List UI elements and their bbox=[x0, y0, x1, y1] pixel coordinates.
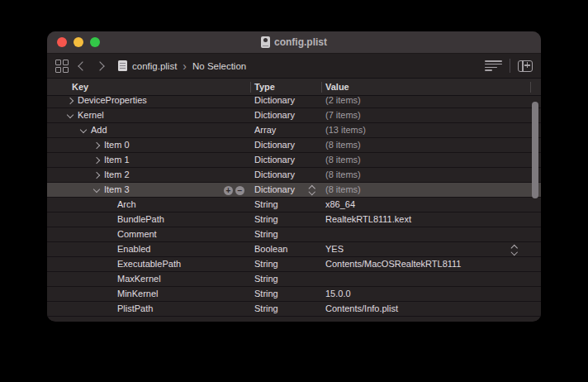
plist-row[interactable]: Item 3+−Dictionary(8 items) bbox=[47, 183, 541, 198]
breadcrumb-file[interactable]: config.plist bbox=[132, 61, 177, 71]
disclosure-chevron-icon[interactable] bbox=[64, 96, 78, 107]
forward-chevron-icon[interactable] bbox=[93, 59, 108, 74]
disclosure-chevron-icon[interactable] bbox=[91, 168, 104, 182]
disclosure-chevron-icon[interactable] bbox=[91, 138, 104, 152]
column-header-type[interactable]: Type bbox=[254, 79, 275, 95]
row-value-cell: (8 items) bbox=[325, 138, 534, 152]
row-value-cell: x86_64 bbox=[325, 198, 534, 212]
row-key-label: Item 2 bbox=[104, 168, 130, 182]
disclosure-chevron-icon[interactable] bbox=[78, 123, 91, 137]
titlebar[interactable]: config.plist bbox=[47, 31, 541, 53]
disclosure-chevron-icon[interactable] bbox=[91, 153, 104, 167]
row-type-cell: String bbox=[254, 302, 319, 316]
row-value-cell: (8 items) bbox=[325, 168, 534, 182]
plist-row[interactable]: MinKernelString15.0.0 bbox=[47, 287, 541, 302]
row-key-cell: Comment bbox=[47, 227, 250, 241]
column-divider[interactable] bbox=[530, 82, 531, 93]
plist-row[interactable]: CommentString bbox=[47, 227, 541, 242]
row-value-cell: (13 items) bbox=[325, 123, 534, 137]
disclosure-chevron-icon[interactable] bbox=[64, 108, 78, 122]
plist-row[interactable]: Item 1Dictionary(8 items) bbox=[47, 153, 541, 168]
row-value-label: YES bbox=[325, 242, 534, 256]
row-type-cell: String bbox=[254, 272, 319, 286]
row-type-cell: Boolean bbox=[254, 242, 319, 256]
row-value-label: (8 items) bbox=[325, 183, 534, 197]
document-icon bbox=[261, 36, 270, 48]
column-header-value[interactable]: Value bbox=[325, 79, 349, 95]
column-divider[interactable] bbox=[321, 82, 322, 93]
row-type-cell: String bbox=[254, 227, 319, 241]
row-value-cell: (7 items) bbox=[325, 108, 534, 122]
row-key-cell: Arch bbox=[47, 198, 250, 212]
window-title: config.plist bbox=[274, 36, 327, 48]
add-editor-icon[interactable] bbox=[518, 60, 533, 72]
plist-row[interactable]: MaxKernelString bbox=[47, 272, 541, 287]
disclosure-chevron-icon[interactable] bbox=[91, 183, 104, 197]
row-key-label: Arch bbox=[117, 198, 136, 212]
add-row-button[interactable]: + bbox=[224, 186, 233, 195]
row-value-cell: (8 items) bbox=[325, 183, 534, 197]
editor-options-icon[interactable] bbox=[485, 60, 502, 72]
zoom-button[interactable] bbox=[90, 37, 100, 47]
plist-row[interactable]: PlistPathStringContents/Info.plist bbox=[47, 302, 541, 317]
breadcrumb-file-icon bbox=[118, 60, 127, 71]
plist-row[interactable]: EnabledBooleanYES bbox=[47, 242, 541, 257]
type-dropdown-stepper-icon[interactable] bbox=[308, 185, 315, 195]
row-type-label: Dictionary bbox=[254, 153, 319, 167]
no-disclosure bbox=[104, 198, 117, 212]
row-value-cell: (2 items) bbox=[325, 96, 534, 107]
row-key-label: PlistPath bbox=[117, 302, 153, 316]
row-type-cell: Array bbox=[254, 123, 319, 137]
minimize-button[interactable] bbox=[74, 37, 83, 47]
row-value-cell: 15.0.0 bbox=[325, 287, 534, 301]
plist-row[interactable]: ExecutablePathStringContents/MacOSRealte… bbox=[47, 257, 541, 272]
row-value-label: (2 items) bbox=[325, 96, 534, 107]
row-type-cell: String bbox=[254, 287, 319, 301]
row-key-label: Enabled bbox=[117, 242, 150, 256]
related-items-icon[interactable] bbox=[55, 60, 69, 73]
row-type-label: Dictionary bbox=[254, 138, 319, 152]
column-divider[interactable] bbox=[250, 82, 251, 93]
row-key-label: BundlePath bbox=[117, 212, 164, 227]
plist-row[interactable]: Item 0Dictionary(8 items) bbox=[47, 138, 541, 153]
row-value-cell: YES bbox=[325, 242, 534, 256]
outline-view: DevicePropertiesDictionary(2 items)Kerne… bbox=[47, 96, 541, 321]
row-key-cell: Item 2 bbox=[47, 168, 250, 182]
row-key-label: Kernel bbox=[78, 108, 104, 122]
plist-row[interactable]: DevicePropertiesDictionary(2 items) bbox=[47, 96, 541, 108]
row-type-cell: String bbox=[254, 198, 319, 212]
row-type-cell: String bbox=[254, 212, 319, 227]
row-key-cell: DeviceProperties bbox=[47, 96, 250, 107]
column-header-key[interactable]: Key bbox=[72, 79, 88, 95]
plist-row[interactable]: KernelDictionary(7 items) bbox=[47, 108, 541, 123]
row-type-label: Array bbox=[254, 123, 319, 137]
row-key-cell: Item 0 bbox=[47, 138, 250, 152]
row-type-label: String bbox=[254, 257, 319, 271]
row-key-cell: MinKernel bbox=[47, 287, 250, 301]
plist-row[interactable]: ArchStringx86_64 bbox=[47, 198, 541, 212]
plist-row[interactable]: Item 2Dictionary(8 items) bbox=[47, 168, 541, 183]
row-type-label: String bbox=[254, 227, 319, 241]
row-value-cell bbox=[325, 272, 534, 286]
no-disclosure bbox=[104, 272, 117, 286]
row-value-label: (13 items) bbox=[325, 123, 534, 137]
plist-row[interactable]: BundlePathStringRealtekRTL8111.kext bbox=[47, 212, 541, 227]
no-disclosure bbox=[104, 287, 117, 301]
back-chevron-icon[interactable] bbox=[74, 59, 88, 74]
window-title-group: config.plist bbox=[261, 36, 327, 48]
plist-row[interactable]: AddArray(13 items) bbox=[47, 123, 541, 138]
remove-row-button[interactable]: − bbox=[235, 186, 244, 195]
breadcrumb-selection[interactable]: No Selection bbox=[192, 61, 246, 71]
row-key-cell: BundlePath bbox=[47, 212, 250, 227]
row-type-cell: Dictionary bbox=[254, 153, 319, 167]
close-button[interactable] bbox=[57, 37, 67, 47]
row-key-label: ExecutablePath bbox=[117, 257, 181, 271]
row-type-cell: String bbox=[254, 257, 319, 271]
row-value-cell bbox=[325, 227, 534, 241]
row-key-cell: Item 1 bbox=[47, 153, 250, 167]
row-value-cell: (8 items) bbox=[325, 153, 534, 167]
no-disclosure bbox=[104, 242, 117, 256]
scrollbar-thumb[interactable] bbox=[532, 102, 538, 198]
no-disclosure bbox=[104, 212, 117, 227]
value-dropdown-stepper-icon[interactable] bbox=[510, 245, 518, 255]
